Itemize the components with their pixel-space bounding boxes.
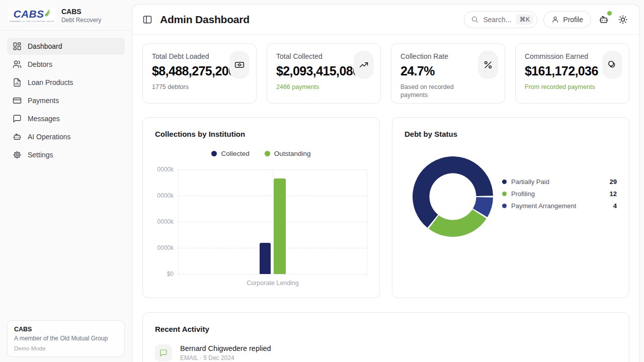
legend-dot <box>502 204 507 208</box>
legend-label: Profiling <box>511 190 605 198</box>
topbar: Admin Dashboard Search... ⌘K Profile <box>132 5 639 35</box>
credit-card-icon <box>13 96 22 105</box>
activity-title: Recent Activity <box>155 325 617 333</box>
stat-subtext: Based on recorded payments <box>400 83 476 100</box>
bar-chart-title: Collections by Institution <box>155 130 367 138</box>
stat-subtext: 2466 payments <box>276 83 352 91</box>
bar-chart: 0000k0000k0000k0000k$0 <box>155 169 367 274</box>
layout-dashboard-icon <box>13 42 22 51</box>
bar-collected <box>260 243 271 274</box>
sidebar-item-label: Payments <box>28 97 59 105</box>
donut-chart-title: Debt by Status <box>405 130 617 138</box>
bar-chart-y-axis: 0000k0000k0000k0000k$0 <box>155 169 178 274</box>
bar-chart-legend: CollectedOutstanding <box>155 150 367 157</box>
brand-header: CABS A MEMBER OF THE OLD MUTUAL GROUP CA… <box>0 0 132 30</box>
sidebar-item-label: Dashboard <box>28 42 62 50</box>
stat-card-total-collected: Total Collected$2,093,415,0802466 paymen… <box>267 43 381 104</box>
sidebar-item-settings[interactable]: Settings <box>7 146 125 163</box>
gridline <box>273 169 273 274</box>
logo-wordmark: CABS <box>14 9 44 19</box>
sidebar-item-payments[interactable]: Payments <box>7 92 125 109</box>
file-chart-icon <box>13 78 22 87</box>
banknote-icon <box>229 51 250 79</box>
sidebar-toggle-icon[interactable] <box>142 15 152 25</box>
page-title: Admin Dashboard <box>160 14 250 26</box>
legend-item-outstanding: Outstanding <box>265 150 311 157</box>
recent-activity-card: Recent Activity Bernard Chigwedere repli… <box>142 312 629 362</box>
cabs-logo: CABS A MEMBER OF THE OLD MUTUAL GROUP <box>8 8 56 24</box>
legend-dot <box>502 179 507 184</box>
activity-item[interactable]: Bernard Chigwedere repliedEMAIL · 5 Dec … <box>155 344 617 361</box>
sidebar-nav: DashboardDebtorsLoan ProductsPaymentsMes… <box>0 31 132 163</box>
donut-legend: Partially Paid29Profiling12Payment Arran… <box>502 178 617 210</box>
bar-chart-x-label: Corporate Lending <box>155 280 367 287</box>
legend-dot <box>211 151 217 156</box>
bot-icon <box>599 15 609 25</box>
logo-leaf-icon <box>44 9 50 17</box>
donut-legend-item-payment-arrangement: Payment Arrangement4 <box>502 202 617 210</box>
legend-value: 29 <box>610 178 617 186</box>
gridline <box>178 169 179 274</box>
search-input[interactable]: Search... ⌘K <box>464 11 537 28</box>
profile-button[interactable]: Profile <box>543 11 591 28</box>
sidebar-item-debtors[interactable]: Debtors <box>7 56 125 73</box>
stat-subtext: 1775 debtors <box>152 83 227 91</box>
stat-subtext: From recorded payments <box>525 83 600 91</box>
profile-label: Profile <box>563 16 583 24</box>
coins-icon <box>602 51 622 79</box>
y-tick-label: $0 <box>167 270 174 278</box>
search-shortcut-badge: ⌘K <box>516 14 533 25</box>
y-tick-label: 0000k <box>157 244 174 251</box>
bot-icon <box>13 132 22 141</box>
footer-org: CABS <box>14 326 118 333</box>
bar-outstanding <box>274 178 286 274</box>
theme-toggle-button[interactable] <box>616 13 629 26</box>
search-icon <box>471 16 478 23</box>
settings-icon <box>13 150 22 159</box>
logo-tagline: A MEMBER OF THE OLD MUTUAL GROUP <box>10 20 54 23</box>
stat-card-total-debt-loaded: Total Debt Loaded$8,488,275,2001775 debt… <box>142 43 257 104</box>
sidebar-footer-card: CABS A member of the Old Mutual Group De… <box>7 320 125 357</box>
sidebar-item-label: Debtors <box>28 60 52 68</box>
donut-legend-item-profiling: Profiling12 <box>502 190 617 198</box>
y-tick-label: 0000k <box>157 166 174 173</box>
legend-dot <box>265 151 270 156</box>
gridline <box>367 169 367 274</box>
activity-item-meta: EMAIL · 5 Dec 2024 <box>180 354 271 361</box>
legend-label: Partially Paid <box>511 178 605 186</box>
percent-icon <box>478 51 498 79</box>
brand-subtitle: Debt Recovery <box>61 17 101 24</box>
message-square-icon <box>13 114 22 123</box>
trending-up-icon <box>354 51 374 79</box>
ai-assistant-button[interactable] <box>597 13 610 26</box>
sidebar-item-loan-products[interactable]: Loan Products <box>7 74 125 91</box>
legend-label: Outstanding <box>274 150 311 157</box>
y-tick-label: 0000k <box>157 218 174 225</box>
donut-segment-profiling <box>429 210 487 237</box>
sidebar-item-ai-operations[interactable]: AI Operations <box>7 128 125 145</box>
stat-card-commission-earned: Commission Earned$161,172,036From record… <box>515 43 629 104</box>
footer-mode-badge: Demo Mode <box>14 345 118 351</box>
sidebar-item-dashboard[interactable]: Dashboard <box>7 38 125 55</box>
donut-legend-item-partially-paid: Partially Paid29 <box>502 178 617 186</box>
legend-label: Payment Arrangement <box>511 202 609 210</box>
debt-status-card: Debt by Status Partially Paid29Profiling… <box>392 117 629 298</box>
sun-icon <box>618 15 628 25</box>
message-square-icon <box>155 344 172 361</box>
sidebar-item-label: AI Operations <box>28 133 71 141</box>
sidebar-item-messages[interactable]: Messages <box>7 110 125 127</box>
stat-card-collection-rate: Collection Rate24.7%Based on recorded pa… <box>391 43 505 104</box>
legend-value: 4 <box>613 202 617 210</box>
sidebar-item-label: Loan Products <box>28 78 73 86</box>
user-icon <box>551 16 559 23</box>
activity-item-title: Bernard Chigwedere replied <box>180 344 271 352</box>
legend-label: Collected <box>221 150 249 157</box>
activity-list: Bernard Chigwedere repliedEMAIL · 5 Dec … <box>155 344 617 361</box>
dashboard-content: Total Debt Loaded$8,488,275,2001775 debt… <box>132 35 639 362</box>
ai-status-dot <box>607 11 612 16</box>
collections-chart-card: Collections by Institution CollectedOuts… <box>142 117 380 298</box>
bar-chart-plot <box>178 169 367 274</box>
main-panel: Admin Dashboard Search... ⌘K Profile Tot… <box>132 4 640 362</box>
legend-item-collected: Collected <box>211 150 249 157</box>
users-icon <box>13 60 22 69</box>
